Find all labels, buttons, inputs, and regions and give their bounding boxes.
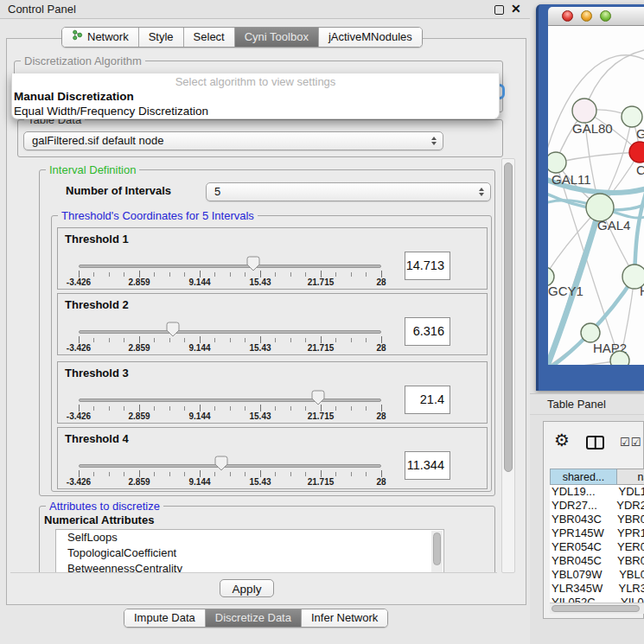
tick-label: 21.715 <box>308 477 335 487</box>
slider-track[interactable] <box>79 464 381 468</box>
attributes-group: Attributes to discretize Numerical Attri… <box>39 506 495 573</box>
table-row[interactable]: YBR043CYBR0 <box>550 513 644 526</box>
threshold-label: Threshold 3 <box>65 367 129 379</box>
slider-track[interactable] <box>79 265 381 268</box>
network-window-titlebar[interactable] <box>548 7 644 26</box>
settings-scrollbar[interactable] <box>501 158 515 573</box>
algorithm-group-title: Discretization Algorithm <box>21 54 145 67</box>
tick-label: 2.859 <box>128 343 150 353</box>
dropdown-option-manual[interactable]: Manual Discretization <box>12 89 499 104</box>
gear-icon[interactable]: ⚙ <box>554 430 570 450</box>
tick-label: 2.859 <box>128 477 150 487</box>
screen: Control Panel ✕ Network Style Se <box>0 0 644 644</box>
minimize-traffic-light[interactable] <box>581 10 592 22</box>
table-panel-title: Table Panel <box>547 398 606 411</box>
network-node-label: GA <box>636 126 644 141</box>
split-columns-icon[interactable] <box>586 436 604 450</box>
tab-cyni-toolbox[interactable]: Cyni Toolbox <box>234 28 318 47</box>
table-data-group: Table Data galFiltered.sif default node <box>17 119 503 157</box>
slider-thumb[interactable] <box>311 390 325 405</box>
list-item[interactable]: BetweennessCentrality <box>56 561 443 573</box>
combo-arrows-icon <box>431 137 437 145</box>
scrollbar-thumb[interactable] <box>504 163 513 472</box>
zoom-traffic-light[interactable] <box>600 10 611 22</box>
threshold-value-field[interactable]: 14.713 <box>405 252 450 280</box>
network-edge[interactable] <box>556 152 640 163</box>
close-icon[interactable]: ✕ <box>511 2 521 16</box>
tick-label: -3.426 <box>67 477 91 487</box>
network-node[interactable] <box>572 99 596 123</box>
thresholds-group-title: Threshold's Coordinates for 5 Intervals <box>58 209 258 222</box>
dropdown-prompt: Select algorithm to view settings <box>12 75 499 89</box>
network-node-label: GAL80 <box>572 121 613 136</box>
tick-label: 15.43 <box>249 277 271 287</box>
table-row[interactable]: YDL19...YDL1 <box>550 485 644 499</box>
table-data-combo[interactable]: galFiltered.sif default node <box>23 131 443 150</box>
table-header-row: shared... na <box>550 469 644 485</box>
list-item[interactable]: SelfLoops <box>56 530 443 545</box>
slider-track[interactable] <box>79 399 381 402</box>
interval-definition-title: Interval Definition <box>46 163 139 176</box>
network-node[interactable] <box>629 142 644 163</box>
tick-label: 9.144 <box>188 477 210 487</box>
table-row[interactable]: YPR145WYPR1 <box>550 526 644 540</box>
tab-jactivemnodules[interactable]: jActiveMNodules <box>318 28 422 47</box>
numerical-attributes-label: Numerical Attributes <box>44 513 154 526</box>
table-hscrollbar[interactable] <box>550 603 644 614</box>
threshold-value-field[interactable]: 11.344 <box>405 451 450 480</box>
table-row[interactable]: YER054CYER0 <box>550 540 644 554</box>
thresholds-group: Threshold's Coordinates for 5 Intervals … <box>51 215 492 492</box>
slider-ticks-major <box>79 405 383 411</box>
tick-label: 28 <box>376 477 386 487</box>
apply-button[interactable]: Apply <box>220 579 274 597</box>
network-canvas-svg: GAL80GACGAL11GAL4GCY1HHAP2 <box>548 26 644 365</box>
attributes-group-title: Attributes to discretize <box>46 500 163 513</box>
tab-impute-data[interactable]: Impute Data <box>124 609 205 627</box>
column-header-shared-name[interactable]: shared... <box>550 469 617 485</box>
tab-style[interactable]: Style <box>138 28 183 47</box>
num-intervals-combo[interactable]: 5 <box>206 182 491 201</box>
select-columns-icon[interactable]: ☑☑ <box>620 436 641 449</box>
slider-thumb[interactable] <box>214 456 228 471</box>
tab-select[interactable]: Select <box>183 28 234 47</box>
control-panel-title: Control Panel <box>8 3 76 16</box>
tab-label: Impute Data <box>134 609 195 627</box>
tab-label: Infer Network <box>311 609 378 627</box>
network-icon <box>72 28 83 47</box>
table-panel-titlebar[interactable]: Table Panel <box>530 393 644 415</box>
tick-label: 15.43 <box>249 343 271 353</box>
network-node[interactable] <box>548 152 566 173</box>
threshold-value-field[interactable]: 6.316 <box>405 317 450 346</box>
table-row[interactable]: YLR345WYLR3 <box>550 582 644 596</box>
tab-label: Discretize Data <box>215 609 291 627</box>
network-edge[interactable] <box>634 190 644 277</box>
network-node[interactable] <box>581 323 600 342</box>
network-edge[interactable] <box>584 50 644 111</box>
slider-track[interactable] <box>79 330 381 334</box>
tick-label: 2.859 <box>128 277 150 287</box>
tab-label: Style <box>149 28 174 47</box>
tab-network[interactable]: Network <box>62 28 138 47</box>
network-canvas[interactable]: GAL80GACGAL11GAL4GCY1HHAP2 <box>548 26 644 365</box>
scrollbar-thumb[interactable] <box>552 605 640 612</box>
dropdown-option-equal-width[interactable]: Equal Width/Frequency Discretization <box>12 104 499 118</box>
slider-thumb[interactable] <box>246 256 260 271</box>
column-header-name[interactable]: na <box>617 469 644 485</box>
float-window-icon[interactable] <box>494 5 504 15</box>
table-row[interactable]: YDR27...YDR2 <box>550 499 644 513</box>
tab-label: Select <box>194 28 225 47</box>
close-traffic-light[interactable] <box>562 10 573 22</box>
table-row[interactable]: YBL079WYBL0 <box>550 568 644 582</box>
network-node[interactable] <box>622 106 642 127</box>
table-row[interactable]: YIL052CYIL0 <box>550 596 644 603</box>
tab-infer-network[interactable]: Infer Network <box>301 609 387 627</box>
table-row[interactable]: YBR045CYBR0 <box>550 554 644 568</box>
tab-discretize-data[interactable]: Discretize Data <box>205 609 301 627</box>
threshold-value-field[interactable]: 21.4 <box>405 386 450 414</box>
slider-thumb[interactable] <box>166 322 180 337</box>
attributes-list-scrollbar[interactable] <box>431 531 443 573</box>
network-node[interactable] <box>610 351 629 365</box>
control-panel-titlebar[interactable]: Control Panel ✕ <box>0 0 530 19</box>
network-node-label: H <box>640 284 644 298</box>
list-item[interactable]: TopologicalCoefficient <box>56 545 443 561</box>
